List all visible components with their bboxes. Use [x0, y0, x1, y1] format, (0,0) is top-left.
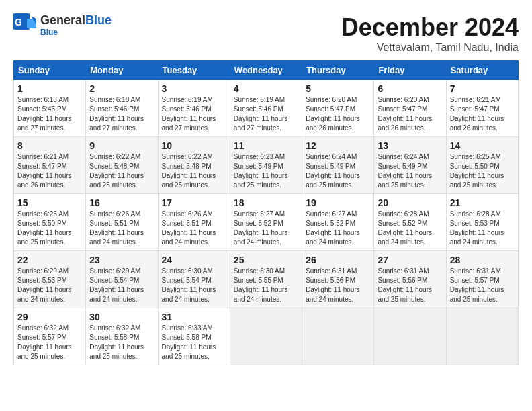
table-cell: 26Sunrise: 6:31 AM Sunset: 5:56 PM Dayli… — [302, 251, 374, 308]
day-info: Sunrise: 6:31 AM Sunset: 5:57 PM Dayligh… — [450, 267, 515, 304]
table-cell: 18Sunrise: 6:27 AM Sunset: 5:52 PM Dayli… — [230, 194, 302, 251]
table-cell: 27Sunrise: 6:31 AM Sunset: 5:56 PM Dayli… — [374, 251, 446, 308]
calendar-row: 8Sunrise: 6:21 AM Sunset: 5:47 PM Daylig… — [14, 137, 519, 194]
day-number: 31 — [162, 312, 226, 322]
day-number: 28 — [450, 255, 515, 265]
day-info: Sunrise: 6:25 AM Sunset: 5:50 PM Dayligh… — [450, 152, 515, 190]
day-number: 2 — [89, 83, 154, 94]
table-cell: 30Sunrise: 6:32 AM Sunset: 5:58 PM Dayli… — [86, 308, 158, 365]
day-number: 11 — [234, 140, 298, 151]
table-cell: 21Sunrise: 6:28 AM Sunset: 5:53 PM Dayli… — [446, 194, 518, 251]
calendar-table: Sunday Monday Tuesday Wednesday Thursday… — [13, 60, 519, 365]
day-number: 17 — [162, 197, 226, 208]
col-saturday: Saturday — [446, 61, 518, 80]
day-number: 20 — [378, 197, 442, 208]
table-cell: 6Sunrise: 6:20 AM Sunset: 5:47 PM Daylig… — [374, 80, 446, 137]
day-number: 27 — [378, 255, 442, 265]
day-info: Sunrise: 6:19 AM Sunset: 5:46 PM Dayligh… — [162, 95, 226, 133]
day-info: Sunrise: 6:21 AM Sunset: 5:47 PM Dayligh… — [17, 152, 82, 190]
table-cell: 17Sunrise: 6:26 AM Sunset: 5:51 PM Dayli… — [158, 194, 230, 251]
title-block: December 2024 Vettavalam, Tamil Nadu, In… — [341, 13, 519, 54]
day-info: Sunrise: 6:20 AM Sunset: 5:47 PM Dayligh… — [306, 95, 370, 133]
table-cell — [374, 308, 446, 365]
day-info: Sunrise: 6:33 AM Sunset: 5:58 PM Dayligh… — [162, 324, 226, 361]
svg-text:G: G — [15, 17, 22, 28]
day-number: 16 — [89, 197, 154, 208]
table-cell: 31Sunrise: 6:33 AM Sunset: 5:58 PM Dayli… — [158, 308, 230, 365]
col-wednesday: Wednesday — [230, 61, 302, 80]
day-info: Sunrise: 6:29 AM Sunset: 5:54 PM Dayligh… — [89, 267, 154, 304]
calendar-row: 29Sunrise: 6:32 AM Sunset: 5:57 PM Dayli… — [14, 308, 519, 365]
day-number: 23 — [89, 255, 154, 265]
day-number: 7 — [450, 83, 515, 94]
day-info: Sunrise: 6:21 AM Sunset: 5:47 PM Dayligh… — [450, 95, 515, 133]
day-info: Sunrise: 6:22 AM Sunset: 5:48 PM Dayligh… — [162, 152, 226, 190]
day-info: Sunrise: 6:30 AM Sunset: 5:54 PM Dayligh… — [162, 267, 226, 304]
day-info: Sunrise: 6:26 AM Sunset: 5:51 PM Dayligh… — [89, 210, 154, 247]
day-number: 1 — [17, 83, 82, 94]
table-cell: 24Sunrise: 6:30 AM Sunset: 5:54 PM Dayli… — [158, 251, 230, 308]
day-info: Sunrise: 6:19 AM Sunset: 5:46 PM Dayligh… — [234, 95, 298, 133]
logo-subtitle: Blue — [40, 28, 112, 37]
table-cell — [446, 308, 518, 365]
day-number: 13 — [378, 140, 442, 151]
table-cell: 25Sunrise: 6:30 AM Sunset: 5:55 PM Dayli… — [230, 251, 302, 308]
table-cell — [230, 308, 302, 365]
col-sunday: Sunday — [14, 61, 86, 80]
table-cell: 19Sunrise: 6:27 AM Sunset: 5:52 PM Dayli… — [302, 194, 374, 251]
col-friday: Friday — [374, 61, 446, 80]
day-number: 10 — [162, 140, 226, 151]
table-cell: 28Sunrise: 6:31 AM Sunset: 5:57 PM Dayli… — [446, 251, 518, 308]
day-number: 25 — [234, 255, 298, 265]
day-number: 14 — [450, 140, 515, 151]
table-cell: 20Sunrise: 6:28 AM Sunset: 5:52 PM Dayli… — [374, 194, 446, 251]
calendar-row: 1Sunrise: 6:18 AM Sunset: 5:45 PM Daylig… — [14, 80, 519, 137]
day-number: 30 — [89, 312, 154, 322]
day-info: Sunrise: 6:26 AM Sunset: 5:51 PM Dayligh… — [162, 210, 226, 247]
day-number: 21 — [450, 197, 515, 208]
table-cell: 8Sunrise: 6:21 AM Sunset: 5:47 PM Daylig… — [14, 137, 86, 194]
day-number: 3 — [162, 83, 226, 94]
location-subtitle: Vettavalam, Tamil Nadu, India — [341, 42, 519, 54]
day-info: Sunrise: 6:20 AM Sunset: 5:47 PM Dayligh… — [378, 95, 442, 133]
table-cell: 12Sunrise: 6:24 AM Sunset: 5:49 PM Dayli… — [302, 137, 374, 194]
month-year-title: December 2024 — [341, 13, 519, 42]
day-info: Sunrise: 6:32 AM Sunset: 5:58 PM Dayligh… — [89, 324, 154, 361]
day-info: Sunrise: 6:31 AM Sunset: 5:56 PM Dayligh… — [378, 267, 442, 304]
calendar-row: 22Sunrise: 6:29 AM Sunset: 5:53 PM Dayli… — [14, 251, 519, 308]
day-info: Sunrise: 6:32 AM Sunset: 5:57 PM Dayligh… — [17, 324, 82, 361]
day-number: 18 — [234, 197, 298, 208]
logo-general: General — [40, 13, 85, 27]
table-cell: 7Sunrise: 6:21 AM Sunset: 5:47 PM Daylig… — [446, 80, 518, 137]
day-info: Sunrise: 6:23 AM Sunset: 5:49 PM Dayligh… — [234, 152, 298, 190]
day-number: 19 — [306, 197, 370, 208]
day-number: 6 — [378, 83, 442, 94]
day-number: 12 — [306, 140, 370, 151]
logo: G GeneralBlue Blue — [13, 13, 112, 38]
day-info: Sunrise: 6:24 AM Sunset: 5:49 PM Dayligh… — [378, 152, 442, 190]
day-info: Sunrise: 6:28 AM Sunset: 5:52 PM Dayligh… — [378, 210, 442, 247]
page-header: G GeneralBlue Blue December 2024 Vettava… — [13, 13, 519, 54]
table-cell: 13Sunrise: 6:24 AM Sunset: 5:49 PM Dayli… — [374, 137, 446, 194]
table-cell: 16Sunrise: 6:26 AM Sunset: 5:51 PM Dayli… — [86, 194, 158, 251]
table-cell: 29Sunrise: 6:32 AM Sunset: 5:57 PM Dayli… — [14, 308, 86, 365]
day-info: Sunrise: 6:27 AM Sunset: 5:52 PM Dayligh… — [306, 210, 370, 247]
col-thursday: Thursday — [302, 61, 374, 80]
table-cell: 23Sunrise: 6:29 AM Sunset: 5:54 PM Dayli… — [86, 251, 158, 308]
table-cell: 5Sunrise: 6:20 AM Sunset: 5:47 PM Daylig… — [302, 80, 374, 137]
logo-icon: G — [13, 13, 38, 38]
day-number: 5 — [306, 83, 370, 94]
day-number: 26 — [306, 255, 370, 265]
day-info: Sunrise: 6:29 AM Sunset: 5:53 PM Dayligh… — [17, 267, 82, 304]
table-cell: 1Sunrise: 6:18 AM Sunset: 5:45 PM Daylig… — [14, 80, 86, 137]
day-info: Sunrise: 6:24 AM Sunset: 5:49 PM Dayligh… — [306, 152, 370, 190]
day-number: 8 — [17, 140, 82, 151]
day-number: 9 — [89, 140, 154, 151]
day-number: 15 — [17, 197, 82, 208]
day-number: 29 — [17, 312, 82, 322]
table-cell: 15Sunrise: 6:25 AM Sunset: 5:50 PM Dayli… — [14, 194, 86, 251]
day-info: Sunrise: 6:27 AM Sunset: 5:52 PM Dayligh… — [234, 210, 298, 247]
col-monday: Monday — [86, 61, 158, 80]
day-info: Sunrise: 6:25 AM Sunset: 5:50 PM Dayligh… — [17, 210, 82, 247]
col-tuesday: Tuesday — [158, 61, 230, 80]
